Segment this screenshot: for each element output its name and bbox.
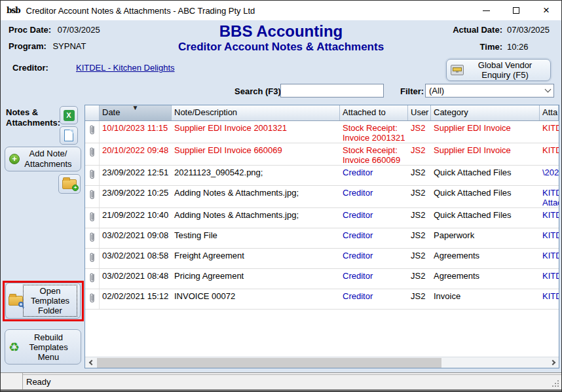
notes-attachments-label: Notes & Attachments: (6, 107, 61, 128)
recycle-icon: ♻ (9, 340, 20, 355)
chevron-left-icon (88, 360, 94, 365)
filter-dropdown[interactable]: (All) (425, 84, 554, 98)
excel-export-icon: X (64, 110, 75, 121)
cell-attachment[interactable]: KITD (540, 228, 559, 248)
cell-attachment[interactable]: \202 (540, 166, 559, 185)
bsb-logo-icon: bsb (7, 6, 20, 15)
sort-descending-icon: ▼ (132, 105, 139, 111)
cell-description: Adding Notes & Attachments.jpg; (172, 186, 340, 207)
global-vendor-enquiry-label: Global Vendor Enquiry (F5) (464, 60, 546, 80)
cell-date: 23/09/2022 12:51 (100, 166, 172, 185)
status-cell-border (23, 374, 561, 375)
table-row[interactable]: 03/02/2021 09:08 Testing File Creditor J… (85, 228, 559, 249)
paperclip-icon (85, 166, 100, 185)
search-input[interactable] (280, 84, 384, 98)
folder-search-icon (9, 296, 23, 306)
cell-user: JS2 (408, 121, 431, 143)
cell-attached-to[interactable]: Creditor (340, 249, 408, 268)
paperclip-icon (85, 249, 100, 268)
cell-attachment[interactable]: KITD (540, 143, 559, 165)
cell-attached-to[interactable]: Creditor (340, 269, 408, 289)
filter-label: Filter: (400, 86, 424, 96)
scroll-right-button[interactable] (548, 357, 559, 368)
cell-attached-to[interactable]: Creditor (340, 289, 408, 309)
header-attachment[interactable]: Atta (540, 105, 559, 120)
screen-title: Creditor Account Notes & Attachments (1, 41, 561, 54)
creditor-label: Creditor: (12, 63, 48, 73)
cell-category: Agreements (431, 249, 540, 268)
close-button[interactable]: × (531, 1, 561, 20)
paperclip-icon (85, 186, 100, 207)
cell-date: 10/10/2023 11:15 (100, 121, 172, 143)
plus-badge-icon: + (72, 185, 79, 191)
table-row[interactable]: 03/02/2021 08:48 Pricing Agreement Credi… (85, 269, 559, 289)
table-row[interactable]: 03/02/2021 08:58 Freight Agreement Credi… (85, 249, 559, 269)
paperclip-icon (85, 269, 100, 289)
creditor-link[interactable]: KITDEL - Kitchen Delights (76, 63, 175, 73)
cell-attachment[interactable]: KITD (540, 289, 559, 309)
scrollbar-thumb[interactable] (97, 358, 441, 368)
table-row[interactable]: 21/09/2022 10:40 Adding Notes & Attachme… (85, 208, 559, 228)
quick-attach-folder-button[interactable]: + (58, 174, 81, 194)
table-row[interactable]: 10/10/2023 11:15 Supplier EDI Invoice 20… (85, 121, 559, 143)
cell-attachment[interactable]: KITD Attac (540, 186, 559, 207)
header-date[interactable]: ▼ Date (100, 105, 172, 120)
cell-category: Supplier EDI Invoice (431, 143, 540, 165)
table-row[interactable]: 23/09/2022 10:25 Adding Notes & Attachme… (85, 186, 559, 208)
cell-category: Quick Attached Files (431, 208, 540, 228)
cell-attached-to[interactable]: Creditor (340, 186, 408, 207)
cell-description: 20211123_090542.png; (172, 166, 340, 185)
horizontal-scrollbar[interactable] (85, 357, 559, 368)
cell-category: Quick Attached Files (431, 186, 540, 207)
status-text: Ready (26, 377, 51, 387)
cell-attached-to[interactable]: Stock Receipt: Invoice 2001321 (340, 121, 408, 143)
actual-date-label: Actual Date: (453, 25, 502, 35)
table-row[interactable]: 20/10/2022 09:48 Supplier EDI Invoice 66… (85, 143, 559, 166)
header-attached-to[interactable]: Attached to (340, 105, 408, 120)
cell-attachment[interactable]: KITD (540, 269, 559, 289)
header-description[interactable]: Note/Description (172, 105, 340, 120)
magnifier-icon (18, 302, 24, 307)
time-label: Time: (480, 42, 502, 52)
add-note-attachments-button[interactable]: + Add Note/ Attachments (5, 147, 81, 171)
cell-attached-to[interactable]: Stock Receipt: Invoice 660069 (340, 143, 408, 165)
cell-user: JS2 (408, 208, 431, 228)
cell-description: Pricing Agreement (172, 269, 340, 289)
cabinet-icon (451, 65, 464, 75)
cell-attachment[interactable]: KITD (540, 249, 559, 268)
scroll-left-button[interactable] (85, 357, 96, 368)
cell-user: JS2 (408, 289, 431, 309)
table-header: ▼ Date Note/Description Attached to User… (85, 105, 559, 121)
cell-attachment[interactable]: KITD (540, 208, 559, 228)
window-bottom-edge (1, 389, 561, 391)
cell-attached-to[interactable]: Creditor (340, 166, 408, 185)
minimize-button[interactable] (471, 1, 501, 20)
maximize-button[interactable] (501, 1, 531, 20)
add-note-attachments-label: Add Note/ Attachments (20, 149, 77, 169)
cell-date: 23/09/2022 10:25 (100, 186, 172, 207)
table-row[interactable]: 23/09/2022 12:51 20211123_090542.png; Cr… (85, 166, 559, 186)
cell-attached-to[interactable]: Creditor (340, 228, 408, 248)
cell-description: Adding Notes & Attachments.jpg; (172, 208, 340, 228)
open-templates-folder-button[interactable]: Open Templates Folder (5, 283, 81, 319)
time-row: Time: 10:26 (480, 42, 552, 52)
status-bar: Ready (1, 372, 561, 389)
cell-attached-to[interactable]: Creditor (340, 208, 408, 228)
rebuild-templates-menu-button[interactable]: ♻ Rebuild Templates Menu (5, 329, 81, 365)
cell-category: Paperwork (431, 228, 540, 248)
new-document-button[interactable] (60, 126, 78, 145)
table-row[interactable]: 02/02/2021 15:12 INVOICE 00072 Creditor … (85, 289, 559, 310)
header-clip-column[interactable] (85, 105, 100, 120)
minimize-icon (483, 10, 490, 11)
cell-description: Supplier EDI Invoice 2001321 (172, 121, 340, 143)
cell-attachment[interactable]: KITD (540, 121, 559, 143)
export-excel-button[interactable]: X (60, 106, 78, 124)
header-user[interactable]: User (408, 105, 431, 120)
cell-date: 02/02/2021 15:12 (100, 289, 172, 309)
cell-description: INVOICE 00072 (172, 289, 340, 309)
header-category[interactable]: Category (431, 105, 540, 120)
actual-date-row: Actual Date: 07/03/2025 (453, 25, 552, 35)
resize-grip[interactable] (552, 380, 559, 387)
folder-add-icon: + (62, 179, 77, 189)
global-vendor-enquiry-button[interactable]: Global Vendor Enquiry (F5) (446, 59, 551, 81)
